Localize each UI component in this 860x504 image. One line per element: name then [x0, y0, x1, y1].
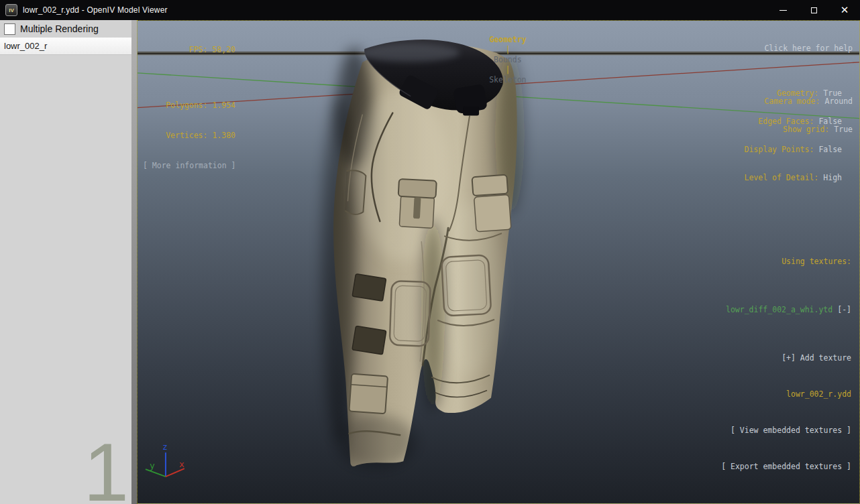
- viewport-index-watermark: 1: [83, 432, 129, 504]
- remove-texture-button[interactable]: [-]: [837, 305, 851, 314]
- view-embedded-textures-button[interactable]: [ View embedded textures ]: [698, 424, 851, 436]
- model-file-name: lowr_002_r.ydd: [698, 388, 851, 400]
- minimize-icon: [780, 10, 787, 11]
- tab-separator: |: [505, 65, 510, 74]
- close-icon: ✕: [841, 5, 849, 15]
- minimize-button[interactable]: [767, 0, 798, 20]
- export-embedded-textures-button[interactable]: [ Export embedded textures ]: [698, 460, 851, 472]
- option-geometry[interactable]: Geometry:True: [745, 88, 842, 98]
- axis-z-label: z: [162, 442, 168, 452]
- model-list-item[interactable]: lowr_002_r: [0, 38, 131, 55]
- 3d-viewport[interactable]: z y x FPS: 58,20 Polygons: 1.954 Vertice…: [137, 20, 860, 504]
- app-icon: IV: [5, 4, 17, 16]
- more-information-button[interactable]: [ More information ]: [143, 161, 235, 171]
- pants-model: [321, 40, 524, 468]
- maximize-button[interactable]: [798, 0, 829, 20]
- title-bar: IV lowr_002_r.ydd - OpenIV Model Viewer …: [0, 0, 860, 20]
- axis-x-label: x: [179, 459, 184, 469]
- tab-bounds[interactable]: Bounds: [494, 55, 522, 64]
- multiple-rendering-checkbox[interactable]: [4, 23, 15, 35]
- option-level-of-detail[interactable]: Level of Detail:High: [745, 173, 842, 182]
- option-display-points[interactable]: Display Points:False: [745, 145, 842, 154]
- close-button[interactable]: ✕: [829, 0, 860, 20]
- maximize-icon: [811, 7, 817, 13]
- polygon-count: Polygons: 1.954: [143, 101, 235, 111]
- window-title: lowr_002_r.ydd - OpenIV Model Viewer: [23, 5, 168, 15]
- using-textures-heading: Using textures:: [698, 255, 851, 267]
- multiple-rendering-label[interactable]: Multiple Rendering: [20, 23, 99, 34]
- add-texture-button[interactable]: [+] Add texture: [698, 352, 851, 364]
- textures-panel: Using textures: lowr_diff_002_a_whi.ytd[…: [698, 231, 851, 497]
- tab-geometry[interactable]: Geometry: [489, 35, 526, 44]
- tab-skeleton[interactable]: Skeleton: [489, 75, 526, 84]
- multiple-rendering-row: Multiple Rendering: [0, 20, 131, 38]
- axis-gizmo: z y x: [146, 442, 184, 477]
- axis-y-label: y: [150, 460, 155, 470]
- texture-file-link[interactable]: lowr_diff_002_a_whi.ytd: [726, 305, 832, 314]
- help-link[interactable]: Click here for help: [764, 44, 853, 53]
- option-edged-faces[interactable]: Edged Faces:False: [745, 117, 842, 126]
- tab-separator: |: [505, 45, 510, 54]
- sidebar-divider: [131, 20, 137, 504]
- render-options: Geometry:True Edged Faces:False Display …: [745, 70, 842, 201]
- texture-row: lowr_diff_002_a_whi.ytd[-]: [698, 292, 851, 328]
- model-sidebar: Multiple Rendering lowr_002_r 1: [0, 20, 131, 504]
- vertex-count: Vertices: 1.380: [143, 131, 235, 141]
